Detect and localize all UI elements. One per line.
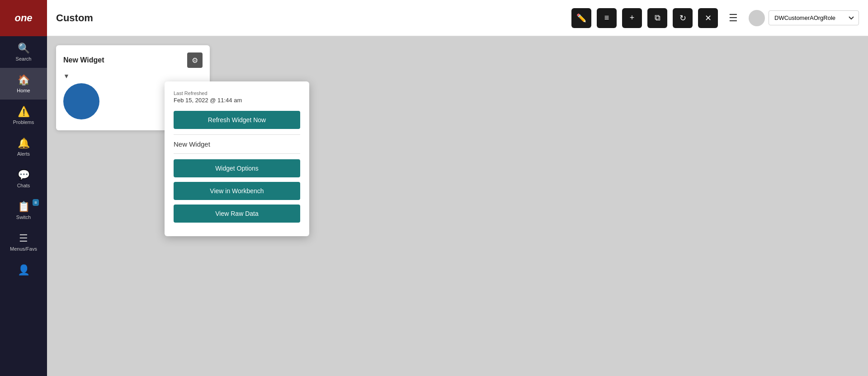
sidebar-item-switch[interactable]: 📋 ≡ Switch	[0, 195, 47, 226]
hamburger-icon: ☰	[729, 12, 738, 24]
last-refreshed-date: Feb 15, 2022 @ 11:44 am	[174, 97, 300, 104]
add-icon: +	[630, 13, 635, 23]
list-button[interactable]: ≡	[597, 8, 617, 28]
sidebar: one 🔍 Search 🏠 Home ⚠️ Problems 🔔 Alerts…	[0, 0, 47, 376]
copy-icon: ⧉	[655, 13, 660, 23]
sidebar-item-alerts[interactable]: 🔔 Alerts	[0, 131, 47, 163]
list-icon: ≡	[604, 13, 609, 23]
view-raw-data-button[interactable]: View Raw Data	[174, 205, 300, 223]
sidebar-label-home: Home	[17, 88, 30, 93]
sidebar-item-profile[interactable]: 👤	[0, 258, 47, 282]
widget-settings-icon[interactable]: ⚙	[187, 52, 203, 68]
sidebar-item-search[interactable]: 🔍 Search	[0, 36, 47, 68]
switch-badge: ≡	[33, 199, 39, 206]
sidebar-label-chats: Chats	[17, 183, 30, 188]
menu-button[interactable]: ☰	[723, 8, 743, 28]
refresh-widget-now-button[interactable]: Refresh Widget Now	[174, 111, 300, 129]
filter-icon[interactable]: ▼	[63, 72, 203, 80]
close-icon: ✕	[705, 13, 712, 23]
popup-widget-name: New Widget	[174, 140, 300, 148]
avatar	[749, 10, 765, 26]
sidebar-label-search: Search	[16, 56, 32, 62]
sidebar-label-alerts: Alerts	[17, 151, 30, 157]
switch-icon: 📋	[18, 201, 30, 213]
search-icon: 🔍	[18, 43, 30, 54]
close-button[interactable]: ✕	[698, 8, 718, 28]
edit-button[interactable]: ✏️	[571, 8, 591, 28]
edit-icon: ✏️	[576, 13, 586, 23]
sidebar-label-menus: Menus/Favs	[10, 246, 37, 252]
popup-divider-2	[174, 153, 300, 154]
sidebar-item-home[interactable]: 🏠 Home	[0, 68, 47, 100]
home-icon: 🏠	[18, 74, 30, 86]
role-area: DWCustomerAOrgRole	[749, 10, 859, 26]
role-select[interactable]: DWCustomerAOrgRole	[769, 10, 859, 25]
copy-button[interactable]: ⧉	[647, 8, 667, 28]
widget-chart-circle	[63, 83, 99, 119]
alerts-icon: 🔔	[18, 138, 30, 149]
content-area: New Widget ⚙ ▼ Last Refreshed Feb 15, 20…	[47, 36, 868, 376]
header: Custom ✏️ ≡ + ⧉ ↻ ✕ ☰ DWCustomerAOrgRole	[47, 0, 868, 36]
logo-text: one	[14, 12, 32, 24]
gear-icon: ⚙	[192, 56, 198, 65]
menus-icon: ☰	[19, 233, 28, 244]
sidebar-logo[interactable]: one	[0, 0, 47, 36]
refresh-icon: ↻	[679, 13, 686, 23]
widget-options-button[interactable]: Widget Options	[174, 159, 300, 177]
sidebar-item-menus[interactable]: ☰ Menus/Favs	[0, 226, 47, 258]
main-area: Custom ✏️ ≡ + ⧉ ↻ ✕ ☰ DWCustomerAOrgRole	[47, 0, 868, 376]
sidebar-item-problems[interactable]: ⚠️ Problems	[0, 100, 47, 131]
sidebar-label-switch: Switch	[16, 214, 31, 220]
widget-card-header: New Widget ⚙	[63, 52, 203, 68]
sidebar-label-problems: Problems	[13, 119, 34, 125]
popup-divider-1	[174, 134, 300, 135]
sidebar-item-chats[interactable]: 💬 Chats	[0, 163, 47, 195]
profile-icon: 👤	[18, 264, 30, 276]
chats-icon: 💬	[18, 169, 30, 181]
widget-title: New Widget	[63, 56, 104, 64]
problems-icon: ⚠️	[18, 106, 30, 118]
view-in-workbench-button[interactable]: View in Workbench	[174, 182, 300, 200]
page-title: Custom	[56, 12, 566, 24]
widget-popup: Last Refreshed Feb 15, 2022 @ 11:44 am R…	[165, 81, 309, 236]
last-refreshed-label: Last Refreshed	[174, 90, 300, 96]
refresh-button[interactable]: ↻	[673, 8, 693, 28]
add-button[interactable]: +	[622, 8, 642, 28]
